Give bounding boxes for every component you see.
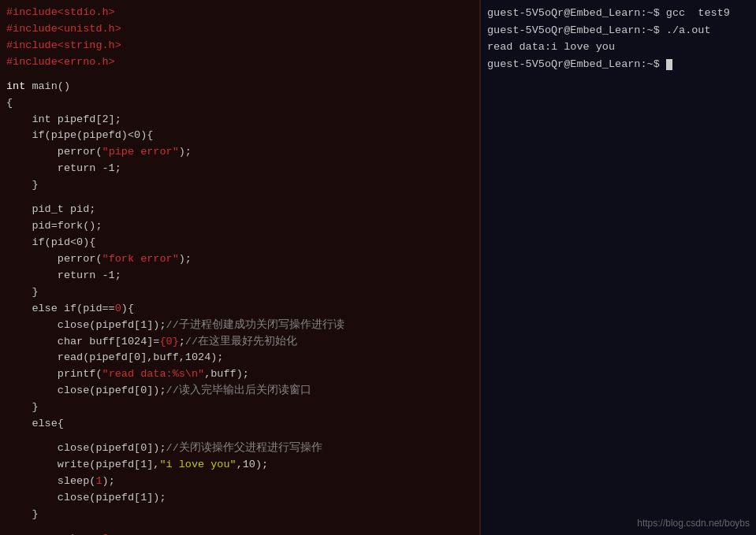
code-line: return -1;: [6, 161, 473, 177]
code-line: sleep(1);: [6, 474, 473, 490]
code-line: else if(pid==0){: [6, 301, 473, 318]
code-line: #include<string.h>: [6, 38, 473, 54]
main-container: #include<stdio.h> #include<unistd.h> #in…: [0, 0, 756, 535]
code-line: pid=fork();: [6, 218, 473, 235]
terminal-line: read data:i love you: [487, 39, 750, 56]
watermark: https://blog.csdn.net/boybs: [637, 518, 750, 529]
code-line: close(pipefd[1]);//子进程创建成功关闭写操作进行读: [6, 318, 473, 334]
code-line: }: [6, 284, 473, 301]
code-line: if(pipe(pipefd)<0){: [6, 128, 473, 144]
code-line: read(pipefd[0],buff,1024);: [6, 350, 473, 366]
code-line: else{: [6, 416, 473, 433]
terminal-panel: guest-5V5oQr@Embed_Learn:~$ gcc test9 gu…: [481, 0, 756, 535]
code-line: #include<stdio.h>: [6, 5, 473, 21]
code-line: perror("fork error");: [6, 251, 473, 268]
code-line: }: [6, 507, 473, 523]
code-line: {: [6, 95, 473, 112]
code-line: return 0;: [6, 531, 473, 535]
code-panel: #include<stdio.h> #include<unistd.h> #in…: [0, 0, 481, 535]
code-line: int main(): [6, 79, 473, 95]
code-line: pid_t pid;: [6, 202, 473, 218]
code-line: printf("read data:%s\n",buff);: [6, 366, 473, 383]
terminal-line: guest-5V5oQr@Embed_Learn:~$ ./a.out: [487, 22, 750, 39]
code-line: char buff[1024]={0};//在这里最好先初始化: [6, 334, 473, 351]
code-line: close(pipefd[1]);: [6, 490, 473, 507]
code-line: if(pid<0){: [6, 235, 473, 251]
code-line: }: [6, 177, 473, 194]
code-line: write(pipefd[1],"i love you",10);: [6, 457, 473, 474]
terminal-cursor: [666, 59, 672, 70]
terminal-line: guest-5V5oQr@Embed_Learn:~$ gcc test9: [487, 5, 750, 22]
code-line: #include<unistd.h>: [6, 21, 473, 38]
code-line: return -1;: [6, 268, 473, 284]
code-line: #include<errno.h>: [6, 54, 473, 71]
code-line: close(pipefd[0]);//读入完毕输出后关闭读窗口: [6, 383, 473, 399]
code-line: perror("pipe error");: [6, 144, 473, 161]
code-line: close(pipefd[0]);//关闭读操作父进程进行写操作: [6, 440, 473, 457]
code-line: }: [6, 399, 473, 416]
terminal-line: guest-5V5oQr@Embed_Learn:~$: [487, 56, 750, 73]
code-line: int pipefd[2];: [6, 112, 473, 128]
